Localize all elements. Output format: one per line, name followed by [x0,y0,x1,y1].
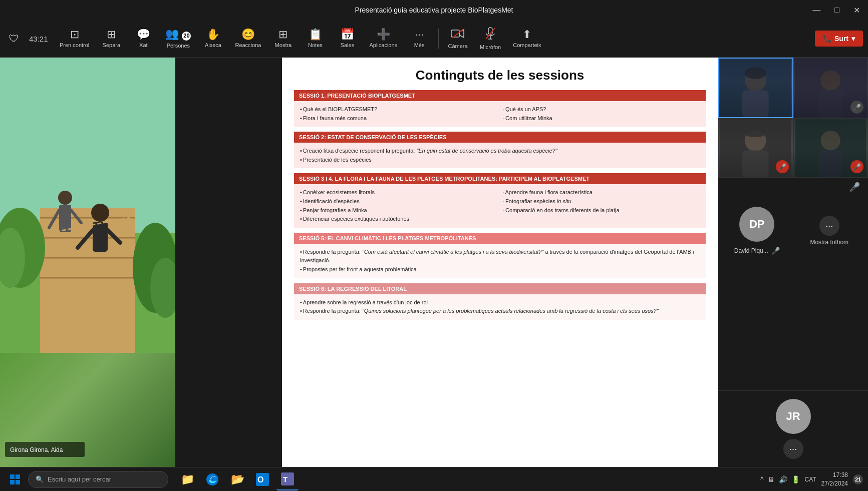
mostra-tothom-label: Mostra tothom [810,239,848,246]
toolbar: 🛡 43:21 ⊡ Pren control ⊞ Separa 💬 Xat 👥 … [0,20,868,58]
surt-button[interactable]: 📞 Surt ▾ [815,31,863,47]
session-1: SESSIÓ 1. PRESENTACIÓ BIOPLATGESMET Què … [294,90,706,127]
s34-item-6: · Fotografiar espècies in situ [502,197,700,206]
toolbar-notes[interactable]: 📋 Notes [300,27,330,50]
tray-network[interactable]: 🖥 [768,475,775,483]
reacciona-label: Reacciona [235,42,261,48]
toolbar-persones[interactable]: 👥 20 Persones [160,27,196,51]
toolbar-camera[interactable]: Càmera [443,26,473,51]
window-controls: — □ ✕ [809,0,863,20]
tray-volume[interactable]: 🔊 [779,475,787,483]
s1-item-4: · Com utilitzar Minka [502,114,700,123]
notification-badge[interactable]: 21 [853,474,863,484]
mute-status-icon: 🎤 [849,182,860,193]
pren-control-icon: ⊡ [70,29,79,40]
slide-photo: Girona Girona, Aida + [0,58,175,467]
session-6-header: SESSIÓ 6: LA REGRESSIÓ DEL LITORAL [294,283,706,294]
mute-indicator-row: 🎤 [718,178,868,197]
s5-item-1: Respondre la pregunta: "Com està afectan… [300,248,700,265]
session-1-header: SESSIÓ 1. PRESENTACIÓ BIOPLATGESMET [294,90,706,101]
toolbar-microfon[interactable]: Micròfon [475,25,506,52]
mostra-icon: ⊞ [278,29,287,40]
s6-item-2: Respondre la pregunta: "Quines solucions… [300,307,700,316]
taskbar-app-edge[interactable] [201,468,223,490]
participants-list: DP David Piqu... 🎤 ··· Mostra tothom [718,197,868,390]
clock-date: 27/2/2024 [821,479,848,488]
title-bar: Presentació guia educativa projecte BioP… [0,0,868,20]
clock-block[interactable]: 17:38 27/2/2024 [821,471,848,488]
svg-point-37 [744,128,767,137]
slide-container: Girona Girona, Aida + Continguts de les … [0,58,718,467]
toolbar-sales[interactable]: 📅 Sales [332,27,362,50]
taskbar-app-teams[interactable]: T [276,468,299,490]
toolbar-aplicacions[interactable]: ➕ Aplicacions [364,27,402,50]
aixeca-label: Aixeca [205,42,221,48]
video-face-1 [719,59,792,117]
xat-icon: 💬 [137,29,150,40]
toolbar-separa[interactable]: ⊞ Separa [96,27,126,50]
separa-label: Separa [103,42,120,48]
toolbar-reacciona[interactable]: 😊 Reacciona [230,27,266,50]
taskbar: 🔍 Escriu aquí per cercar 📁 📂 O T [0,467,868,491]
s1-item-1: Què és el BIOPLATGESMET? [300,105,497,114]
svg-point-30 [745,68,766,79]
bottom-more-options[interactable]: ··· [783,439,803,459]
bottom-participant: JR ··· [718,390,868,467]
video-thumb-2[interactable]: 🎤 [793,58,869,118]
toolbar-mostra[interactable]: ⊞ Mostra [268,27,298,50]
toolbar-pren-control[interactable]: ⊡ Pren control [55,27,94,50]
reacciona-icon: 😊 [241,29,255,40]
video-thumb-4[interactable]: 🎤 [793,118,869,178]
system-tray: ^ 🖥 🔊 🔋 [760,475,800,483]
avatar-jr: JR [776,399,811,434]
minimize-button[interactable]: — [809,5,823,16]
search-icon: 🔍 [36,475,44,483]
slide-title: Continguts de les sessions [294,68,706,83]
video-thumb-3[interactable]: 🎤 [718,118,793,178]
toolbar-xat[interactable]: 💬 Xat [128,27,158,50]
tray-chevron[interactable]: ^ [760,475,764,483]
window-title: Presentació guia educativa projecte BioP… [355,6,513,14]
pren-control-label: Pren control [60,42,89,48]
participant-david: DP David Piqu... 🎤 [723,202,791,260]
session-34-right: · Aprendre fauna i flora característica … [502,188,700,223]
taskbar-search[interactable]: 🔍 Escriu aquí per cercar [28,471,168,488]
session-2-body: Creació fitxa d'espècie responent la pre… [294,143,706,168]
svg-point-32 [820,71,840,91]
avatar-dp: DP [739,207,774,242]
slide-content: Continguts de les sessions SESSIÓ 1. PRE… [282,58,718,467]
s34-item-4: Diferenciar espècies exòtiques i autòcto… [300,215,497,224]
surt-label: Surt [834,35,848,43]
video-thumb-1[interactable] [718,58,793,118]
s2-item-1: Creació fitxa d'espècie responent la pre… [300,147,700,156]
mute-badge-4: 🎤 [850,160,863,173]
toolbar-comparteix[interactable]: ⬆ Comparteix [508,27,546,50]
taskbar-app-explorer[interactable]: 📁 [176,468,198,490]
photo-label: Girona Girona, Aida + [5,442,85,457]
taskbar-app-outlook[interactable]: O [251,468,273,490]
s34-item-7: · Comparació en dos trams diferents de l… [502,206,700,215]
separa-icon: ⊞ [107,29,116,40]
mute-badge-2: 🎤 [850,101,863,114]
svg-text:T: T [283,475,287,483]
notes-icon: 📋 [309,29,322,40]
toolbar-aixeca[interactable]: ✋ Aixeca [198,27,228,50]
session-5: SESSIÓ 5: EL CANVI CLIMÀTIC I LES PLATGE… [294,233,706,278]
more-options-button[interactable]: ··· [819,216,839,236]
shield-icon: 🛡 [5,33,23,45]
close-button[interactable]: ✕ [850,5,863,16]
participant-david-name: David Piqu... [734,247,768,254]
toolbar-mes[interactable]: ··· Més [404,27,434,50]
session-1-body: Què és el BIOPLATGESMET? Flora i fauna m… [294,101,706,127]
participant-mostra[interactable]: ··· Mostra tothom [796,202,863,260]
camera-label: Càmera [448,43,468,49]
taskbar-app-files[interactable]: 📂 [226,468,248,490]
sales-label: Sales [341,42,355,48]
sales-icon: 📅 [341,29,354,40]
mute-badge-3: 🎤 [776,160,789,173]
maximize-button[interactable]: □ [831,5,842,16]
persones-badge: 20 [182,32,191,41]
windows-start-button[interactable] [5,469,25,489]
tray-battery[interactable]: 🔋 [791,475,800,483]
microfon-icon [485,27,496,42]
